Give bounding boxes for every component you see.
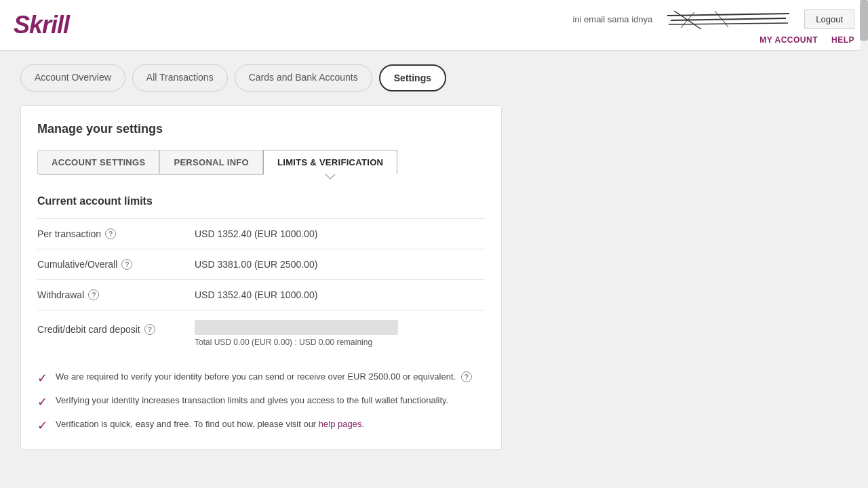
- settings-title: Manage your settings: [37, 122, 485, 136]
- my-account-link[interactable]: MY ACCOUNT: [760, 35, 818, 45]
- help-icon-cumulative[interactable]: ?: [121, 259, 132, 270]
- header-top-row: ini email sama idnya Logout: [572, 5, 854, 33]
- limit-row-per-transaction: Per transaction ? USD 1352.40 (EUR 1000.…: [37, 218, 485, 249]
- help-icon-per-transaction[interactable]: ?: [105, 228, 116, 239]
- info-item-2: ✓ Verifying your identity increases tran…: [37, 394, 485, 409]
- tab-all-transactions[interactable]: All Transactions: [132, 64, 228, 92]
- credit-debit-value-cell: Total USD 0.00 (EUR 0.00) : USD 0.00 rem…: [195, 320, 398, 347]
- info-text-1: We are required to verify your identity …: [56, 370, 472, 384]
- limit-row-credit-debit: Credit/debit card deposit ? Total USD 0.…: [37, 310, 485, 357]
- limit-label-cell-per-transaction: Per transaction ?: [37, 228, 186, 239]
- check-icon-1: ✓: [37, 371, 47, 386]
- header: Skrill ini email sama idnya Logout MY AC…: [0, 0, 868, 51]
- scrollbar[interactable]: [860, 0, 868, 464]
- svg-line-2: [669, 23, 788, 24]
- header-left: Skrill: [14, 11, 69, 39]
- limit-label-per-transaction: Per transaction: [37, 228, 101, 239]
- help-icon-credit-debit[interactable]: ?: [144, 324, 155, 335]
- limit-row-withdrawal: Withdrawal ? USD 1352.40 (EUR 1000.00): [37, 279, 485, 310]
- help-pages-link[interactable]: help pages: [319, 419, 362, 429]
- header-right: ini email sama idnya Logout MY ACCOUNT H…: [572, 5, 854, 45]
- limit-row-cumulative: Cumulative/Overall ? USD 3381.00 (EUR 25…: [37, 249, 485, 279]
- limit-label-cell-withdrawal: Withdrawal ?: [37, 289, 186, 300]
- limit-value-withdrawal: USD 1352.40 (EUR 1000.00): [195, 289, 317, 300]
- tab-settings[interactable]: Settings: [379, 64, 446, 92]
- limit-label-cell-cumulative: Cumulative/Overall ?: [37, 259, 186, 270]
- info-item-3: ✓ Verification is quick, easy and free. …: [37, 418, 485, 433]
- help-link[interactable]: HELP: [831, 35, 854, 45]
- limit-label-cumulative: Cumulative/Overall: [37, 259, 117, 270]
- progress-text: Total USD 0.00 (EUR 0.00) : USD 0.00 rem…: [195, 338, 398, 347]
- help-icon-withdrawal[interactable]: ?: [88, 289, 99, 300]
- check-icon-3: ✓: [37, 418, 47, 433]
- header-nav: MY ACCOUNT HELP: [760, 35, 854, 45]
- info-item-1: ✓ We are required to verify your identit…: [37, 370, 485, 386]
- limits-title: Current account limits: [37, 195, 485, 207]
- limit-value-cumulative: USD 3381.00 (EUR 2500.00): [195, 259, 317, 270]
- skrill-logo: Skrill: [14, 11, 69, 39]
- sub-tabs: ACCOUNT SETTINGS PERSONAL INFO LIMITS & …: [37, 150, 485, 175]
- scrollbar-thumb[interactable]: [860, 0, 868, 41]
- tab-cards-bank[interactable]: Cards and Bank Accounts: [235, 64, 372, 92]
- user-info: ini email sama idnya: [572, 14, 652, 24]
- nav-tabs: Account Overview All Transactions Cards …: [0, 51, 868, 92]
- info-text-2: Verifying your identity increases transa…: [56, 394, 448, 407]
- limit-label-withdrawal: Withdrawal: [37, 289, 84, 300]
- svg-line-0: [667, 14, 789, 16]
- sub-tab-limits-verification[interactable]: LIMITS & VERIFICATION: [263, 150, 397, 175]
- tab-account-overview[interactable]: Account Overview: [20, 64, 125, 92]
- redacted-area: [660, 5, 796, 33]
- sub-tab-personal-info[interactable]: PERSONAL INFO: [159, 150, 263, 175]
- limit-value-per-transaction: USD 1352.40 (EUR 1000.00): [195, 228, 317, 239]
- limit-label-cell-credit-debit: Credit/debit card deposit ?: [37, 320, 186, 335]
- check-icon-2: ✓: [37, 394, 47, 409]
- help-icon-info-1[interactable]: ?: [461, 371, 472, 382]
- limit-label-credit-debit: Credit/debit card deposit: [37, 324, 140, 335]
- info-text-3: Verification is quick, easy and free. To…: [56, 418, 364, 431]
- sub-tab-account-settings[interactable]: ACCOUNT SETTINGS: [37, 150, 159, 175]
- progress-bar-container: [195, 320, 398, 335]
- logout-button[interactable]: Logout: [804, 9, 854, 29]
- main-content: Manage your settings ACCOUNT SETTINGS PE…: [0, 92, 868, 464]
- settings-card: Manage your settings ACCOUNT SETTINGS PE…: [20, 105, 502, 450]
- info-list: ✓ We are required to verify your identit…: [37, 370, 485, 433]
